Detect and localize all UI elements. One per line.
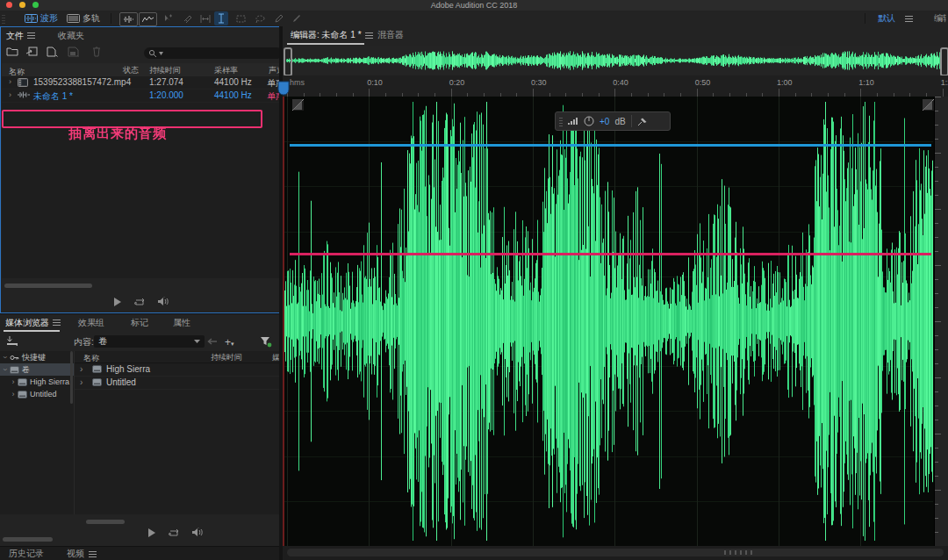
- playhead-handle-icon[interactable]: [277, 81, 290, 97]
- media-tree-vscrollbar[interactable]: [70, 351, 73, 404]
- tab-files[interactable]: 文件: [1, 30, 40, 42]
- app-toolbar: 波形 多轨 默认 编辑: [0, 11, 948, 27]
- spectral-view-button[interactable]: [139, 12, 157, 26]
- timeline-ruler[interactable]: hms 0:100:200:300:400:501:001:101:20: [283, 75, 948, 97]
- hud-drag-handle[interactable]: [559, 116, 563, 126]
- gain-value[interactable]: +0: [600, 117, 609, 126]
- main-waveform-canvas[interactable]: [284, 97, 933, 546]
- save-file-button[interactable]: [68, 47, 79, 57]
- back-button[interactable]: [207, 338, 217, 345]
- workspace-default-button[interactable]: 默认: [878, 12, 895, 25]
- lasso-tool-button[interactable]: [253, 11, 267, 25]
- workspace-menu-icon[interactable]: [905, 16, 913, 22]
- pencil-tool-button[interactable]: [272, 11, 286, 25]
- tree-item[interactable]: ›High Sierra: [0, 376, 74, 388]
- tab-favorites[interactable]: 收藏夹: [53, 30, 90, 42]
- media-list-row[interactable]: ›Untitled: [75, 377, 279, 390]
- channel-grabber-right-icon[interactable]: [923, 99, 934, 111]
- expand-chevron[interactable]: ›: [80, 377, 83, 387]
- ibeam-tool-icon: [218, 13, 225, 24]
- pin-icon[interactable]: [637, 117, 647, 126]
- play-icon[interactable]: [113, 298, 121, 306]
- tab-media-browser[interactable]: 媒体浏览器: [0, 317, 66, 329]
- video-panel-menu-icon[interactable]: [89, 551, 97, 557]
- workspace-edit-button[interactable]: 编辑: [934, 12, 946, 25]
- tab-properties[interactable]: 属性: [168, 317, 196, 329]
- loop-icon[interactable]: [168, 528, 179, 537]
- file-row[interactable]: ›未命名 1 *1:20.00044100 Hz单声道: [2, 90, 279, 103]
- marquee-tool-button[interactable]: [233, 11, 248, 25]
- media-list-headers[interactable]: 名称 ↑ 持续时间 媒体类型: [75, 351, 279, 363]
- media-col-name[interactable]: 名称 ↑: [83, 352, 88, 361]
- expand-chevron[interactable]: ›: [1, 366, 10, 373]
- col-duration[interactable]: 持续时间: [149, 65, 181, 76]
- loop-icon[interactable]: [133, 298, 145, 306]
- brush-tool-button[interactable]: [290, 11, 304, 25]
- expand-chevron[interactable]: ›: [1, 354, 10, 361]
- amplitude-tick: [935, 279, 938, 280]
- files-column-headers[interactable]: 名称 ↑ 状态 持续时间 采样率 声道: [2, 63, 279, 77]
- col-status[interactable]: 状态: [123, 65, 139, 76]
- time-selection-tool-button[interactable]: [214, 11, 228, 25]
- speaker-icon[interactable]: [191, 528, 203, 537]
- trash-button[interactable]: [92, 47, 101, 57]
- overview-waveform-canvas[interactable]: [286, 49, 941, 72]
- overview-right-handle[interactable]: [940, 47, 948, 76]
- tab-mixer[interactable]: 混音器: [372, 29, 409, 41]
- media-col-duration[interactable]: 持续时间: [211, 352, 242, 363]
- tab-editor[interactable]: 编辑器: 未命名 1 *: [285, 29, 378, 41]
- expand-chevron[interactable]: ›: [10, 377, 17, 386]
- gain-knob-icon[interactable]: [584, 116, 594, 126]
- amplitude-ruler[interactable]: [934, 97, 948, 546]
- waveform-view-button[interactable]: [119, 12, 138, 26]
- files-search-input[interactable]: [165, 48, 265, 59]
- files-toolbar: [1, 45, 280, 62]
- tab-video[interactable]: 视频: [67, 548, 97, 560]
- import-into-files-button[interactable]: [6, 335, 18, 346]
- multitrack-mode-button[interactable]: 多轨: [63, 11, 104, 25]
- slip-tool-button[interactable]: [198, 11, 212, 25]
- tab-markers[interactable]: 标记: [126, 317, 154, 329]
- tree-item[interactable]: ›Untitled: [0, 388, 74, 400]
- filter-button[interactable]: [260, 336, 272, 348]
- file-row[interactable]: ›1539523388157472.mp41:27.07444100 Hz单声道: [2, 76, 279, 90]
- tree-item[interactable]: ›卷: [0, 363, 74, 376]
- media-col-type[interactable]: 媒体类型: [272, 352, 279, 363]
- media-list-hscrollbar[interactable]: [86, 520, 125, 524]
- tab-history[interactable]: 历史记录: [9, 548, 44, 560]
- tree-item[interactable]: ›快捷键: [0, 351, 74, 363]
- volume-hud[interactable]: +0 dB: [555, 111, 671, 131]
- play-icon[interactable]: [147, 528, 155, 537]
- import-file-button[interactable]: [25, 47, 38, 56]
- media-panel-menu-icon[interactable]: [53, 319, 61, 326]
- col-name[interactable]: 名称 ↑: [9, 65, 13, 74]
- col-samplerate[interactable]: 采样率: [214, 65, 238, 76]
- speaker-icon[interactable]: [157, 297, 169, 306]
- scrollbar-grip-dots: [724, 550, 756, 555]
- media-tree-hscrollbar[interactable]: [3, 537, 53, 542]
- playhead-line[interactable]: [283, 97, 284, 546]
- expand-chevron[interactable]: ›: [9, 77, 11, 86]
- files-search-box[interactable]: [144, 47, 283, 59]
- add-shortcut-button[interactable]: +▾: [225, 336, 234, 348]
- expand-chevron[interactable]: ›: [80, 364, 83, 374]
- tab-effects-rack[interactable]: 效果组: [73, 317, 110, 329]
- expand-chevron[interactable]: ›: [10, 390, 17, 398]
- move-tool-button[interactable]: [162, 11, 176, 25]
- new-file-button[interactable]: [47, 47, 58, 57]
- waveform-display[interactable]: [283, 97, 934, 546]
- overview-strip[interactable]: [283, 46, 948, 76]
- channel-grabber-left-icon[interactable]: [292, 99, 304, 111]
- media-list-row[interactable]: ›High Sierra: [75, 363, 279, 377]
- expand-chevron[interactable]: ›: [9, 90, 11, 99]
- files-hscrollbar[interactable]: [4, 284, 92, 288]
- waveform-mode-button[interactable]: 波形: [21, 11, 61, 25]
- zoom-scrollbar[interactable]: [287, 549, 944, 556]
- overview-left-handle[interactable]: [284, 47, 292, 76]
- razor-tool-button[interactable]: [181, 11, 195, 25]
- files-panel-menu-icon[interactable]: [27, 32, 35, 39]
- open-file-button[interactable]: [6, 47, 18, 56]
- toolbar-separator: [111, 13, 111, 24]
- toolbar-grip[interactable]: [2, 13, 5, 24]
- contents-dropdown[interactable]: 卷: [94, 335, 205, 348]
